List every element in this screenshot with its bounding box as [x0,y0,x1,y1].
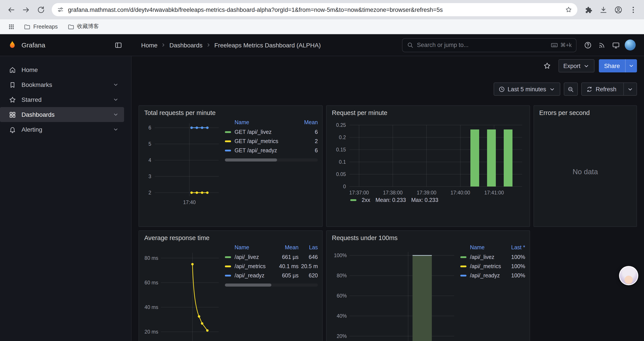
shortcut-label: ⌘+k [560,42,572,48]
legend-header-mean[interactable]: Mean [300,119,318,126]
series-mean: 6 [300,147,318,153]
export-button[interactable]: Export [558,59,594,72]
search-box[interactable]: ⌘+k [402,38,576,52]
profile-button[interactable] [623,38,637,52]
series-mean: 2 [300,138,318,144]
legend-row-readyz[interactable]: /api/_readyz 605 µs 620 [225,271,318,280]
sidebar-item-dashboards[interactable]: Dashboards [0,107,124,122]
panel-title[interactable]: Total requests per minute [139,106,322,117]
breadcrumb-home[interactable]: Home [141,42,158,49]
share-button[interactable]: Share [599,59,625,72]
legend-scrollbar[interactable] [225,158,318,162]
browser-back-button[interactable] [4,2,18,17]
bookmark-star-icon[interactable] [565,6,572,13]
apps-grid-icon [8,23,15,30]
user-icon [614,6,622,14]
favorite-dashboard-button[interactable] [540,59,554,73]
bookmark-folder-blogs[interactable]: 收藏博客 [64,21,102,32]
sidebar-item-label: Home [22,66,38,73]
legend-header-mean[interactable]: Mean [273,244,298,251]
help-button[interactable] [581,38,595,52]
panel-title[interactable]: Requests under 100ms [326,231,530,242]
sidebar-item-home[interactable]: Home [0,62,124,77]
panel-title[interactable]: Errors per second [534,106,636,117]
scrollbar-thumb[interactable] [225,158,277,162]
legend-row-metrics[interactable]: /api/_metrics 40.1 ms 20.5 m [225,261,318,271]
browser-reload-button[interactable] [33,2,48,17]
bookmark-label: Freeleaps [33,24,58,30]
scrollbar-thumb[interactable] [225,283,271,286]
y-tick: 0.25 [336,122,346,128]
sidebar-item-bookmarks[interactable]: Bookmarks [0,77,124,92]
series-mean: 605 µs [273,272,298,278]
panel-title[interactable]: Request per minute [326,106,530,117]
assistant-avatar[interactable] [619,266,638,285]
grafana-logo-icon[interactable] [7,40,17,50]
legend-scrollbar[interactable] [225,283,318,286]
series-color-swatch [225,274,231,276]
browser-profile-button[interactable] [611,2,626,17]
series-color-swatch [460,265,466,267]
search-input[interactable] [417,42,547,48]
browser-forward-button[interactable] [18,2,33,17]
legend-header-last[interactable]: Las [298,244,318,251]
legend-row-livez[interactable]: GET /api/_livez 6 [225,127,318,137]
x-tick: 17:38:00 [383,190,403,195]
y-tick: 6 [148,125,151,131]
legend-header-name[interactable]: Name [225,119,300,126]
series-name: /api/_readyz [470,272,506,278]
search-shortcut-hint: ⌘+k [550,41,572,49]
extensions-button[interactable] [581,2,596,17]
bookmark-folder-freeleaps[interactable]: Freeleaps [20,21,61,32]
chevron-down-icon[interactable] [113,126,119,133]
time-range-picker[interactable]: Last 5 minutes [494,83,560,96]
site-settings-icon[interactable] [57,6,64,13]
sidebar-item-starred[interactable]: Starred [0,92,124,107]
series-last: 620 [298,272,318,278]
series-mean: Mean: 0.233 [376,197,406,203]
refresh-button[interactable]: Refresh [582,83,621,95]
chevron-right-icon [161,42,166,48]
legend-row-readyz[interactable]: GET /api/_readyz 6 [225,146,318,155]
legend-row-metrics[interactable]: GET /api/_metrics 2 [225,137,318,146]
series-color-swatch [460,256,466,258]
zoom-out-button[interactable] [564,83,578,96]
news-button[interactable] [595,38,609,52]
kiosk-mode-button[interactable] [609,38,623,52]
refresh-interval-dropdown[interactable] [624,83,636,95]
star-icon [543,62,551,70]
legend-header-name[interactable]: Name [225,244,273,251]
breadcrumb-dashboards[interactable]: Dashboards [170,42,202,49]
chevron-down-icon[interactable] [113,112,119,118]
x-tick: 17:40:00 [450,190,470,195]
share-label: Share [604,63,620,69]
legend-row-metrics[interactable]: /api/_metrics 100% [460,261,525,271]
address-bar[interactable] [52,3,577,16]
sidebar-item-alerting[interactable]: Alerting [0,122,124,137]
under-100ms-chart[interactable]: 100% 80% 60% 40% 20% 0% 17:40 [331,243,456,341]
legend-header-name[interactable]: Name [460,244,506,251]
legend-row-livez[interactable]: /api/_livez 661 µs 646 [225,252,318,261]
total-requests-chart[interactable]: 6 5 4 3 2 17:40 [143,118,220,210]
folder-icon [67,23,74,30]
legend-header-last[interactable]: Last * [506,244,525,251]
legend-inline[interactable]: 2xx Mean: 0.233 Max: 0.233 [331,196,525,203]
legend-row-livez[interactable]: /api/_livez 100% [460,252,525,261]
downloads-button[interactable] [596,2,611,17]
avg-response-chart[interactable]: 80 ms 60 ms 40 ms 20 ms 0 s 17:40 [143,243,220,341]
kebab-menu-icon [629,6,637,14]
dashboards-grid-icon [9,111,16,118]
chevron-down-icon[interactable] [113,97,119,103]
sidebar-item-label: Alerting [22,126,42,133]
url-input[interactable] [68,6,561,13]
panel-title[interactable]: Average response time [139,231,322,242]
browser-menu-button[interactable] [626,2,640,17]
apps-shortcut-button[interactable] [5,21,18,33]
y-tick: 0 [343,184,346,189]
mega-menu-toggle-button[interactable] [111,38,126,52]
share-dropdown-button[interactable] [625,59,637,72]
chevron-down-icon[interactable] [113,82,119,88]
legend-table: Name Last * /api/_livez 100% [460,243,525,341]
legend-row-readyz[interactable]: /api/_readyz 100% [460,271,525,280]
request-per-minute-chart[interactable]: 0.25 0.2 0.15 0.1 0.05 0 17:37:00 17:38:… [331,118,524,196]
